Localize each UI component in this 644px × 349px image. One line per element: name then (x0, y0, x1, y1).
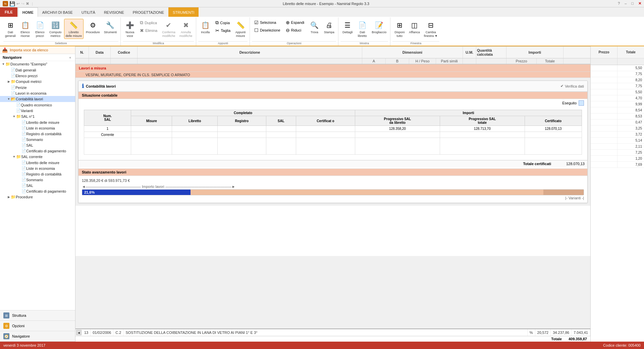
help-btn[interactable]: ? (618, 1, 620, 6)
tree-item-libretto-1[interactable]: ▶ 📄 Libretto delle misure (0, 119, 75, 125)
importo-label: ◄——————————————— Importo lavori ————————… (82, 185, 235, 189)
tab-utilita[interactable]: UTILITÀ (77, 7, 100, 17)
sal-sal-c (266, 132, 296, 138)
tab-home[interactable]: HOME (18, 7, 38, 17)
bottom-row-num: 13 (82, 329, 91, 336)
tree-item-quadro[interactable]: ▶ 📄 Quadro economico (0, 102, 75, 108)
tree-item-contabilita[interactable]: ▼ 📂 Contabilità lavori (0, 96, 75, 102)
right-col-header2 (591, 58, 644, 65)
btn-procedure[interactable]: ⚙ Procedure (84, 19, 102, 35)
tree-item-registro-1[interactable]: ▶ 📄 Registro di contabilità (0, 131, 75, 137)
btn-conferma-modifiche[interactable]: ✔ Confermamodifiche (160, 19, 177, 39)
title-bar-btn-redo[interactable]: ↪ (21, 1, 24, 6)
sidebar-opzioni[interactable]: ⚙ Opzioni (0, 321, 75, 331)
btn-incolla[interactable]: 📋 Incolla (198, 19, 212, 35)
strumenti-icon: 🔧 (105, 20, 116, 31)
btn-brogliaccio[interactable]: 📝 Brogliaccio (370, 19, 388, 35)
sidebar-navigatore[interactable]: 🧭 Navigatore (0, 331, 75, 342)
btn-cambia-finestra[interactable]: ⊟ Cambiafinestra ▼ (422, 19, 439, 39)
tree-item-computi[interactable]: ▶ 📁 Computi metrici (0, 79, 75, 85)
arrow-salc: ▼ (12, 155, 16, 158)
finestra-group-label: Finestra (392, 41, 439, 46)
doc-scroll-area[interactable]: Lavori a misura VESPAI, MURATURE, OPERE … (75, 64, 590, 329)
tree-item-dati-generali[interactable]: ▶ 📄 Dati generali (0, 67, 75, 73)
tab-archivi[interactable]: ARCHIVI DI BASE (38, 7, 77, 17)
ribbon-group-selettore: ⊞ Datigenerali 📋 Elencorisorse 📄 Elencop… (1, 17, 121, 46)
tree-item-sal-corrente[interactable]: ▼ 📁 SAL corrente (0, 154, 75, 160)
right-val-7_75b: 7,75 (591, 83, 644, 89)
title-bar-btn-close-doc[interactable]: ✖ (26, 1, 29, 6)
minimize-btn[interactable]: – (625, 1, 627, 6)
btn-deselezione[interactable]: ☐ Deselezione (252, 27, 283, 34)
navigator-label: Navigatore (3, 55, 22, 59)
tree-item-libretto-c[interactable]: ▶ 📄 Libretto delle misure (0, 160, 75, 165)
sal-row-corrente: Corrente (84, 132, 582, 138)
bottom-um: % (528, 329, 535, 336)
btn-computo-metrico[interactable]: 🔢 Computometrico (48, 19, 63, 39)
btn-libretto-misure[interactable]: 📏 Librettodelle misure (64, 19, 84, 39)
close-btn[interactable]: ✕ (638, 1, 641, 6)
import-bar[interactable]: 📥 Importa voce da elenco (0, 46, 75, 54)
btn-nuova-voce[interactable]: ➕ Nuovavoce (123, 19, 137, 39)
btn-trova[interactable]: 🔍 Trova (307, 19, 321, 35)
btn-dettagli[interactable]: ☰ Dettagli (340, 19, 355, 35)
btn-duplica[interactable]: ⧉ Duplica (138, 19, 160, 27)
tree-item-varianti[interactable]: ▶ 📄 Varianti (0, 108, 75, 113)
variant-fill (543, 190, 584, 195)
sal-table: Num.SAL Completato Importi Misure Libret… (84, 110, 582, 155)
tree-item-doc-esempio[interactable]: ▼ 📁 Documento "Esempio" (0, 61, 75, 67)
th-prog-totale: Progressivo SALtotale (440, 116, 525, 126)
verify-btn[interactable]: ✔ Verifica dati (560, 84, 584, 88)
tree-item-sal-doc-c[interactable]: ▶ 📄 SAL (0, 183, 75, 188)
tree-item-sal-n1[interactable]: ▼ 📁 SAL n°1 (0, 113, 75, 119)
btn-strumenti[interactable]: 🔧 Strumenti (102, 19, 119, 35)
ribbon-group-content-modifica: ➕ Nuovavoce ⧉ Duplica ✖ Elimina ✔ Confer… (123, 17, 194, 41)
btn-affianca[interactable]: ◫ Affianca (407, 19, 421, 35)
navigator-collapse-btn[interactable]: « (68, 56, 72, 59)
btn-riduci[interactable]: ⊖ Riduci (283, 27, 307, 34)
btn-dati-generali[interactable]: ⊞ Datigenerali (3, 19, 17, 39)
tree-item-cert-1[interactable]: ▶ 📄 Certificato di pagamento (0, 148, 75, 154)
tab-revisione[interactable]: REVISIONE (100, 7, 128, 17)
btn-copia[interactable]: ⧉ Copia (213, 19, 233, 27)
bottom-desc: SOSTITUZIONE DELLA COIBENTAZIONE IN LANA… (123, 329, 527, 336)
tree-item-cert-c[interactable]: ▶ 📄 Certificato di pagamento (0, 188, 75, 194)
tab-file[interactable]: FILE (0, 7, 17, 17)
btn-annulla-modifiche[interactable]: ✖ Annullamodifiche (178, 19, 194, 39)
window-controls-right[interactable]: ? – □ ✕ (618, 1, 641, 6)
btn-elenco-prezzi[interactable]: 📄 Elencoprezzi (33, 19, 47, 39)
tree-item-elenco-prezzi[interactable]: ▶ 📄 Elenco prezzi (0, 73, 75, 79)
btn-dati-libretto[interactable]: 📄 Datilibretto (355, 19, 369, 39)
tree-item-sal-doc-1[interactable]: ▶ 📄 SAL (0, 142, 75, 148)
btn-seleziona[interactable]: ☑ Seleziona (252, 19, 283, 26)
elenco-risorse-icon: 📋 (20, 20, 31, 31)
import-label: Importa voce da elenco (10, 48, 48, 52)
maximize-btn[interactable]: □ (631, 1, 634, 6)
sal-registro-1 (218, 126, 266, 132)
folder-cont-icon: 📂 (11, 97, 16, 101)
tree-item-perizie[interactable]: ▶ 📄 Perizie (0, 85, 75, 90)
tab-progettazione[interactable]: PROGETTAZIONE (128, 7, 168, 17)
tab-strumenti[interactable]: STRUMENTI (168, 7, 199, 17)
title-bar-btn-undo[interactable]: ↩ (16, 1, 20, 6)
tree-item-sommario-c[interactable]: ▶ 📄 Sommario (0, 177, 75, 183)
btn-elimina[interactable]: ✖ Elimina (138, 27, 160, 34)
nav-prev-btn[interactable]: ◄ (76, 330, 82, 335)
sidebar-struttura[interactable]: ⊞ Struttura (0, 310, 75, 321)
btn-elenco-risorse[interactable]: 📋 Elencorisorse (18, 19, 32, 39)
title-bar-btn-save[interactable]: 💾 (9, 1, 15, 6)
situazione-header: Situazione contabile (78, 92, 587, 99)
tree-item-procedure[interactable]: ▶ 📁 Procedure (0, 194, 75, 200)
btn-disponi-tutto[interactable]: ⊞ Disponitutto (392, 19, 407, 39)
sal-num-c: Corrente (84, 132, 131, 138)
tree-item-registro-c[interactable]: ▶ 📄 Registro di contabilità (0, 171, 75, 177)
tree-item-liste-1[interactable]: ▶ 📄 Liste in economia (0, 125, 75, 131)
btn-espandi[interactable]: ⊕ Espandi (283, 19, 307, 26)
tree-item-sommario-1[interactable]: ▶ 📄 Sommario (0, 137, 75, 142)
tree-item-lavori-economia[interactable]: ▶ 📄 Lavori in economia (0, 90, 75, 96)
btn-taglia[interactable]: ✂ Taglia (213, 27, 233, 34)
btn-appunti-misure[interactable]: 📏 Appuntimisure (233, 19, 248, 39)
tree-item-liste-c[interactable]: ▶ 📄 Liste in economia (0, 165, 75, 171)
sal-cert-val-c (525, 132, 582, 138)
btn-stampa[interactable]: 🖨 Stampa (322, 19, 336, 35)
